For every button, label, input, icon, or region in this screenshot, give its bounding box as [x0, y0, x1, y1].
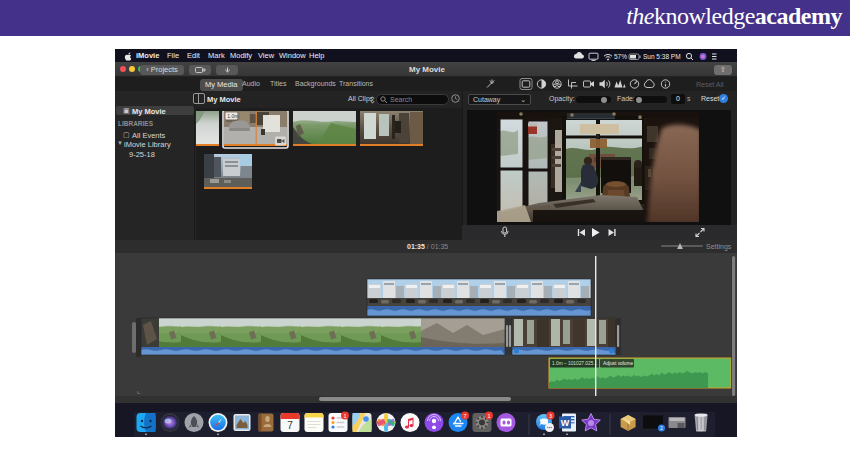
svg-text:7: 7: [287, 420, 293, 431]
svg-text:Sun 5:38 PM: Sun 5:38 PM: [643, 53, 681, 60]
svg-text:1.0m – 101027.025…: 1.0m – 101027.025…: [552, 361, 598, 366]
svg-text:Reset All: Reset All: [696, 81, 724, 88]
svg-text:7: 7: [463, 413, 466, 419]
svg-text:1: 1: [487, 413, 490, 419]
svg-text:1.0m: 1.0m: [227, 113, 238, 119]
svg-text:57%: 57%: [614, 53, 627, 60]
svg-text:Adjust volume: Adjust volume: [603, 361, 633, 366]
svg-text:W: W: [561, 418, 570, 428]
svg-text:3: 3: [549, 413, 552, 419]
svg-text:1: 1: [343, 413, 346, 419]
svg-text:⌞: ⌞: [137, 387, 140, 394]
